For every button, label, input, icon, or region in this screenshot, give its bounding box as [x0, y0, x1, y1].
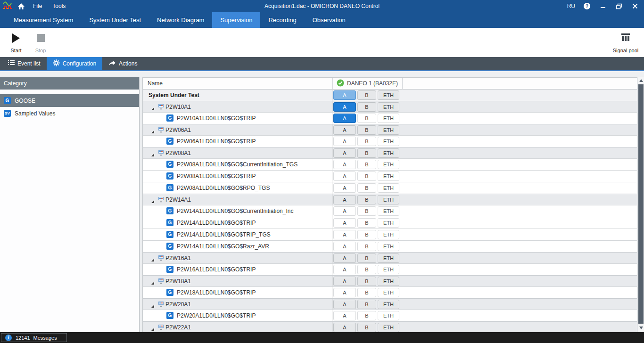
port-eth-button[interactable]: ETH [378, 137, 399, 146]
port-b-button[interactable]: B [357, 300, 376, 309]
port-a-button[interactable]: A [333, 148, 356, 158]
port-a-button[interactable]: A [333, 323, 356, 332]
port-eth-button[interactable]: ETH [378, 114, 399, 123]
tab-event-list[interactable]: Event list [2, 57, 47, 70]
port-a-button[interactable]: A [333, 300, 356, 309]
port-a-button[interactable]: A [333, 160, 356, 169]
tree-expander-icon[interactable] [150, 256, 155, 264]
port-a-button[interactable]: A [333, 125, 356, 135]
port-b-button[interactable]: B [357, 253, 376, 263]
port-eth-button[interactable]: ETH [378, 125, 399, 135]
tree-expander-icon[interactable] [150, 128, 155, 136]
port-b-button[interactable]: B [357, 218, 376, 228]
port-b-button[interactable]: B [357, 137, 376, 146]
port-b-button[interactable]: B [357, 242, 376, 251]
scroll-down-icon[interactable] [638, 325, 644, 331]
close-button[interactable] [631, 2, 639, 10]
port-eth-button[interactable]: ETH [378, 183, 399, 193]
port-a-button[interactable]: A [333, 253, 356, 263]
port-a-button[interactable]: A [333, 90, 356, 100]
tab-recording[interactable]: Recording [260, 12, 304, 28]
port-b-button[interactable]: B [357, 265, 376, 274]
port-a-button[interactable]: A [333, 137, 356, 146]
port-eth-button[interactable]: ETH [378, 195, 399, 204]
port-eth-button[interactable]: ETH [378, 218, 399, 228]
port-a-button[interactable]: A [333, 242, 356, 251]
vertical-scrollbar[interactable] [638, 77, 644, 332]
port-b-button[interactable]: B [357, 206, 376, 216]
port-a-button[interactable]: A [333, 288, 356, 297]
port-a-button[interactable]: A [333, 218, 356, 228]
port-eth-button[interactable]: ETH [378, 160, 399, 169]
port-eth-button[interactable]: ETH [378, 230, 399, 239]
port-a-button[interactable]: A [333, 102, 356, 112]
signal-pool-button[interactable]: Signal pool [610, 31, 641, 54]
port-b-button[interactable]: B [357, 323, 376, 332]
port-a-button[interactable]: A [333, 230, 356, 239]
sidebar-item-sampled-values[interactable]: SV Sampled Values [0, 107, 139, 120]
restore-button[interactable] [615, 2, 623, 10]
tree-expander-icon[interactable] [150, 302, 155, 310]
tab-system-under-test[interactable]: System Under Test [81, 12, 149, 28]
help-icon[interactable]: ? [583, 2, 591, 10]
port-b-button[interactable]: B [357, 172, 376, 181]
port-eth-button[interactable]: ETH [378, 323, 399, 332]
port-b-button[interactable]: B [357, 114, 376, 123]
port-b-button[interactable]: B [357, 288, 376, 297]
port-eth-button[interactable]: ETH [378, 300, 399, 309]
port-eth-button[interactable]: ETH [378, 311, 399, 320]
port-b-button[interactable]: B [357, 102, 376, 112]
tab-observation[interactable]: Observation [305, 12, 354, 28]
port-a-button[interactable]: A [333, 277, 356, 286]
tree-expander-icon[interactable] [150, 279, 155, 287]
port-eth-button[interactable]: ETH [378, 172, 399, 181]
scroll-up-icon[interactable] [638, 77, 644, 84]
tree-expander-icon[interactable] [150, 325, 155, 332]
row-label: P2W14A1LD0/LLN0$GO$Razr_AVR [177, 241, 269, 252]
column-divider[interactable] [402, 78, 403, 89]
port-b-button[interactable]: B [357, 195, 376, 204]
tab-measurement-system[interactable]: Measurement System [6, 12, 81, 28]
port-a-button[interactable]: A [333, 183, 356, 193]
port-a-button[interactable]: A [333, 265, 356, 274]
port-eth-button[interactable]: ETH [378, 90, 399, 100]
port-a-button[interactable]: A [333, 311, 356, 320]
language-selector[interactable]: RU [567, 3, 575, 9]
tab-actions[interactable]: Actions [102, 57, 143, 70]
stop-button[interactable]: Stop [29, 31, 52, 54]
port-eth-button[interactable]: ETH [378, 277, 399, 286]
tree-expander-icon[interactable] [150, 197, 155, 206]
port-a-button[interactable]: A [333, 206, 356, 216]
minimize-button[interactable] [599, 2, 607, 10]
goose-badge-icon: G [166, 207, 173, 214]
port-eth-button[interactable]: ETH [378, 148, 399, 158]
port-b-button[interactable]: B [357, 160, 376, 169]
name-column-header[interactable]: Name [148, 78, 163, 89]
port-b-button[interactable]: B [357, 148, 376, 158]
port-b-button[interactable]: B [357, 90, 376, 100]
start-button[interactable]: Start [5, 31, 27, 54]
port-b-button[interactable]: B [357, 311, 376, 320]
port-eth-button[interactable]: ETH [378, 102, 399, 112]
messages-status-section[interactable]: i 12141 Messages [1, 333, 67, 342]
tab-network-diagram[interactable]: Network Diagram [149, 12, 212, 28]
port-eth-button[interactable]: ETH [378, 288, 399, 297]
port-eth-button[interactable]: ETH [378, 253, 399, 263]
port-a-button[interactable]: A [333, 114, 356, 123]
port-b-button[interactable]: B [357, 277, 376, 286]
port-a-button[interactable]: A [333, 195, 356, 204]
sidebar-item-goose[interactable]: G GOOSE [0, 94, 139, 107]
port-b-button[interactable]: B [357, 125, 376, 135]
tree-expander-icon[interactable] [150, 151, 155, 159]
port-eth-button[interactable]: ETH [378, 206, 399, 216]
device-column-header[interactable]: DANEO 1 (BA032E) [333, 78, 402, 89]
port-a-button[interactable]: A [333, 172, 356, 181]
scrollbar-thumb[interactable] [638, 84, 644, 324]
tree-expander-icon[interactable] [150, 105, 155, 113]
tab-configuration[interactable]: Configuration [47, 57, 102, 70]
port-eth-button[interactable]: ETH [378, 242, 399, 251]
port-eth-button[interactable]: ETH [378, 265, 399, 274]
tab-supervision[interactable]: Supervision [212, 12, 260, 28]
port-b-button[interactable]: B [357, 230, 376, 239]
port-b-button[interactable]: B [357, 183, 376, 193]
